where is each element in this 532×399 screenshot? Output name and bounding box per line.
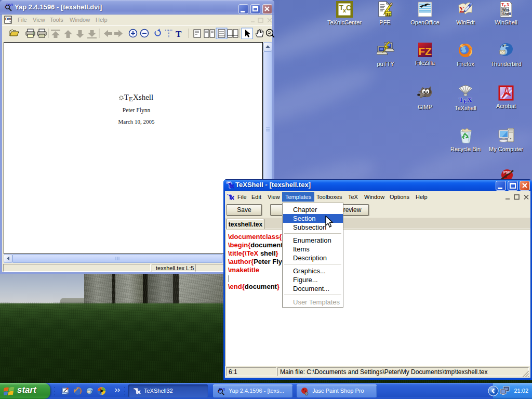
svg-text:Win-: Win- [502, 8, 511, 11]
svg-text:Shell: Shell [502, 12, 511, 16]
svg-text:8: 8 [305, 392, 308, 396]
svg-text:FZ: FZ [418, 45, 432, 57]
svg-text:TEX: TEX [459, 96, 472, 103]
svg-text:Σ: Σ [459, 5, 464, 14]
svg-text:32: 32 [386, 12, 391, 17]
svg-text:C: C [346, 4, 351, 12]
svg-text:T: T [176, 29, 182, 39]
svg-text:DVI: DVI [5, 17, 11, 21]
svg-text:PSP: PSP [503, 170, 511, 174]
